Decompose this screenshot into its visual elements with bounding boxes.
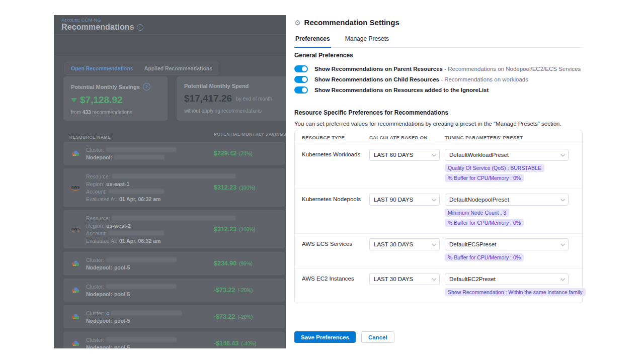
detail-label: Evaluated At: [86,196,117,202]
selected-period: LAST 90 DAYS [374,197,413,203]
settings-title: Recommendation Settings [304,18,399,27]
selected-preset: DefaultEC2Preset [449,276,496,282]
table-header: RESOURCE NAME POTENTIAL MONTHLY SAVINGS [69,132,286,139]
preset-select[interactable]: DefaultNodepoolPreset [445,194,569,206]
calculate-based-on-select[interactable]: LAST 60 DAYS [369,149,440,161]
detail-label: Evaluated At: [86,238,117,244]
tab-applied-recommendations[interactable]: Applied Recommendations [139,63,218,73]
savings-value: -$73.22 [214,287,235,294]
recommendation-settings-drawer: ⚙ Recommendation Settings Preferences Ma… [294,15,583,362]
resource-detail-line: Evaluated At:01 Apr, 06:32 am [86,195,279,203]
redacted-value [111,311,182,315]
resource-type-label: AWS EC2 Instances [302,273,369,298]
column-resource-type: RESOURCE TYPE [302,135,369,140]
toggle-switch[interactable] [294,86,308,94]
recommendations-table-rows: Cluster:Nodepool: $229.42 (34%) aws Reso… [63,142,285,348]
toggle-switch[interactable] [294,76,308,83]
resource-detail-line: Evaluated At:01 Apr, 06:32 am [86,237,279,244]
detail-label: Nodepool: [86,264,112,270]
chevron-down-icon [432,277,436,281]
resource-preferences-description: You can set preferred values for recomme… [294,121,561,127]
recommendation-row[interactable]: Cluster:Nodepool:pool-5 -$73.22 (-20%) [63,279,285,302]
detail-label: Cluster: [86,310,104,316]
detail-label: Cluster: [86,337,104,343]
toggle-label: Show Recommendations on Resources added … [314,87,489,93]
detail-label: Nodepool: [86,291,112,297]
detail-label: Resource: [86,215,110,221]
savings-value: $312.23 [214,226,236,233]
toggle-label: Show Recommendations on Parent Resources… [314,66,581,72]
cancel-button[interactable]: Cancel [361,331,394,343]
resource-pref-row: Kubernetes Nodepools LAST 90 DAYS Defaul… [295,189,582,234]
chevron-down-icon [560,242,565,246]
calculate-based-on-select[interactable]: LAST 30 DAYS [369,273,440,285]
help-icon[interactable]: ? [143,83,150,90]
resource-detail-line: Resource: [86,172,279,180]
calculate-based-on-select[interactable]: LAST 30 DAYS [369,238,440,250]
recommendation-row[interactable]: Cluster:cNodepool:pool-5 -$73.22 (-20%) [63,305,285,328]
savings-percent: (-20%) [237,288,253,293]
redacted-value [106,147,177,152]
gcp-cloud-icon [69,150,82,157]
chevron-down-icon [432,197,436,201]
general-preferences-toggles: Show Recommendations on Parent Resources… [294,63,581,95]
general-preferences-heading: General Preferences [294,52,353,59]
preset-select[interactable]: DefaultECSPreset [445,238,569,250]
preset-badges: Quality Of Service (QoS) : BURSTABLE% Bu… [445,164,575,182]
column-potential-monthly-savings: POTENTIAL MONTHLY SAVINGS [214,132,286,137]
spend-subtext: without applying recommendations [184,108,278,114]
redacted-value [106,257,177,262]
recommendation-row[interactable]: aws Resource:Region:us-west-2Account:Eva… [63,210,285,248]
toggle-knob [302,66,307,71]
recommendation-row[interactable]: aws Resource:Region:us-east-1Account:Eva… [63,168,285,207]
savings-value: -$73.22 [214,313,235,320]
selected-preset: DefaultECSPreset [449,241,496,247]
redacted-value [106,337,177,342]
tab-manage-presets[interactable]: Manage Presets [344,32,390,48]
detail-label: Nodepool: [86,154,112,160]
tab-open-recommendations[interactable]: Open Recommendations [65,63,139,73]
savings-value: -$146.43 [214,340,238,347]
savings-subtext: from 433 recommendations [71,110,160,115]
settings-tabs: Preferences Manage Presets [294,32,583,48]
redacted-value [114,155,165,159]
save-preferences-button[interactable]: Save Preferences [294,331,356,343]
preset-badges: Show Recommendation : Within the same in… [445,288,586,296]
detail-value: 01 Apr, 06:32 am [119,196,161,202]
detail-label: Cluster: [86,284,104,290]
resource-type-label: Kubernetes Nodepools [302,194,369,229]
column-resource-name: RESOURCE NAME [69,135,111,140]
potential-monthly-savings-card: Potential Monthly Savings ? $7,128.92 fr… [63,76,168,121]
detail-value: pool-5 [114,318,130,324]
detail-label: Cluster: [86,147,104,153]
toggle-switch[interactable] [294,65,308,72]
selected-period: LAST 60 DAYS [374,152,413,158]
savings-down-icon [71,98,77,103]
recommendation-row[interactable]: Cluster:Nodepool:pool-5 -$146.43 (-40%) [63,332,285,348]
savings-value: $312.23 [214,184,236,191]
info-icon[interactable]: i [137,24,143,31]
savings-amount: $7,128.92 [80,95,123,106]
savings-percent: (100%) [239,185,255,191]
toggle-knob [302,87,307,93]
redacted-value [112,174,235,178]
calculate-based-on-select[interactable]: LAST 90 DAYS [369,194,440,206]
spend-amount: $17,417.26 [184,93,232,104]
detail-label: Cluster: [86,257,104,263]
page-title: Recommendations [61,23,134,32]
resource-pref-row: Kubernetes Workloads LAST 60 DAYS Defaul… [295,144,582,189]
preset-select[interactable]: DefaultEC2Preset [445,273,569,285]
detail-value: us-west-2 [106,223,130,229]
column-calculate-based-on: CALCULATE BASED ON [369,135,445,140]
preset-select[interactable]: DefaultWorkloadPreset [445,149,569,161]
detail-value: us-east-1 [106,181,129,187]
resource-pref-row: AWS EC2 Instances LAST 30 DAYS DefaultEC… [295,268,582,303]
preference-toggle-row: Show Recommendations on Parent Resources… [294,63,581,74]
recommendation-row[interactable]: Cluster:Nodepool: $229.42 (34%) [63,142,285,165]
savings-percent: (34%) [239,151,253,156]
recommendation-row[interactable]: Cluster:Nodepool:pool-5 $234.90 (96%) [63,252,285,275]
detail-label: Region: [86,181,104,187]
detail-value: c [106,310,109,316]
account-breadcrumb[interactable]: Account: CCM-NG [61,17,101,23]
tab-preferences[interactable]: Preferences [294,32,331,48]
